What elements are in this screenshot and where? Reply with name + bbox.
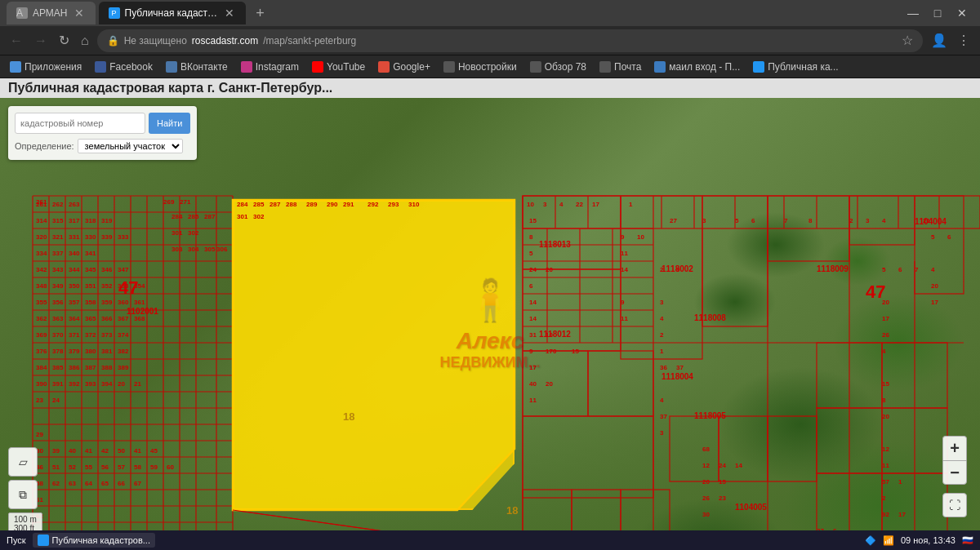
address-bar: ← → ↻ ⌂ 🔒 Не защищено roscadastr.com /ma… bbox=[0, 26, 980, 55]
taskbar-favicon bbox=[38, 534, 49, 546]
bookmark-pochta[interactable]: Почта bbox=[596, 60, 644, 74]
fullscreen-button[interactable]: ⛶ bbox=[942, 493, 967, 517]
bookmark-label-nov: Новостройки bbox=[458, 61, 517, 73]
bookmark-label-mail: маил вход - П... bbox=[669, 61, 740, 73]
definition-row: Определение: земельный участок bbox=[15, 139, 190, 153]
tab-close-arman[interactable]: ✕ bbox=[73, 7, 86, 20]
lock-icon: 🔒 bbox=[107, 35, 119, 47]
bookmark-favicon-obz bbox=[530, 61, 541, 73]
zoom-in-button[interactable]: + bbox=[942, 436, 967, 460]
page-content: 261262263 314315317318319 32032133133033… bbox=[0, 98, 980, 550]
bookmark-label-vk: ВКонтакте bbox=[180, 61, 228, 73]
layer-controls: ▱ ⧉ bbox=[8, 447, 38, 509]
window-controls: — □ ✕ bbox=[902, 4, 973, 22]
definition-select[interactable]: земельный участок bbox=[78, 139, 183, 153]
bookmark-label-pochta: Почта bbox=[614, 61, 641, 73]
bookmark-apps[interactable]: Приложения bbox=[7, 60, 85, 74]
url-path: /map/sankt-peterburg bbox=[263, 35, 356, 47]
bookmark-favicon-nov bbox=[443, 61, 455, 73]
bookmarks-bar: Приложения Facebook ВКонтакте Instagram … bbox=[0, 55, 980, 78]
map-container[interactable]: 261262263 314315317318319 32032133133033… bbox=[0, 98, 980, 550]
page-title: Публичная кадастровая карта г. Санкт-Пет… bbox=[8, 81, 332, 95]
tab-arman[interactable]: А АРМАН ✕ bbox=[7, 2, 96, 24]
home-button[interactable]: ⌂ bbox=[78, 32, 92, 50]
search-input[interactable] bbox=[15, 113, 145, 134]
layers-button[interactable]: ⧉ bbox=[8, 480, 38, 509]
bookmark-obzor[interactable]: Обзор 78 bbox=[527, 60, 590, 74]
taskbar-clock: 09 ноя, 13:43 bbox=[901, 535, 956, 545]
zoom-out-button[interactable]: − bbox=[942, 460, 967, 485]
new-tab-button[interactable]: + bbox=[249, 2, 272, 24]
back-button[interactable]: ← bbox=[7, 32, 26, 50]
map-search-panel: Найти Определение: земельный участок bbox=[8, 106, 197, 160]
tab-cadastre[interactable]: P Публичная кадастровая к... ✕ bbox=[99, 2, 246, 24]
url-bar[interactable]: 🔒 Не защищено roscadastr.com /map/sankt-… bbox=[97, 29, 923, 52]
highlighted-parcel-main[interactable] bbox=[233, 200, 514, 510]
scale-100m: 100 m bbox=[14, 515, 37, 524]
tab-favicon-arman: А bbox=[16, 7, 28, 19]
refresh-button[interactable]: ↻ bbox=[56, 31, 73, 50]
url-domain: roscadastr.com bbox=[192, 35, 258, 47]
bookmark-favicon-pub bbox=[753, 61, 764, 73]
tab-favicon-cadastre: P bbox=[109, 7, 120, 19]
taskbar-active-item[interactable]: Публичная кадастров... bbox=[33, 533, 155, 548]
bookmark-instagram[interactable]: Instagram bbox=[238, 60, 302, 74]
bookmark-label-yt: YouTube bbox=[327, 61, 365, 73]
bookmark-favicon-vk bbox=[166, 61, 177, 73]
bookmark-favicon-yt bbox=[312, 61, 323, 73]
bookmark-label-obz: Обзор 78 bbox=[545, 61, 586, 73]
tab-title-cadastre: Публичная кадастровая к... bbox=[125, 7, 218, 19]
rectangle-tool-button[interactable]: ▱ bbox=[8, 447, 38, 477]
page-header: Публичная кадастровая карта г. Санкт-Пет… bbox=[0, 78, 980, 98]
bookmark-publicmap[interactable]: Публичная ка... bbox=[750, 60, 841, 74]
title-bar: А АРМАН ✕ P Публичная кадастровая к... ✕… bbox=[0, 0, 980, 26]
bookmark-star-icon[interactable]: ☆ bbox=[902, 33, 913, 48]
tab-close-cadastre[interactable]: ✕ bbox=[223, 7, 236, 20]
bookmark-facebook[interactable]: Facebook bbox=[91, 60, 156, 74]
tab-title-arman: АРМАН bbox=[33, 7, 68, 19]
taskbar: Пуск Публичная кадастров... 🔷 📶 09 ноя, … bbox=[0, 530, 980, 550]
bookmark-favicon-gp bbox=[378, 61, 390, 73]
bookmark-novostroyki[interactable]: Новостройки bbox=[440, 60, 520, 74]
definition-label: Определение: bbox=[15, 141, 74, 151]
bookmark-favicon-mail bbox=[654, 61, 666, 73]
zoom-controls: + − bbox=[942, 436, 967, 485]
bookmark-label-fb: Facebook bbox=[109, 61, 153, 73]
bookmark-label-inst: Instagram bbox=[256, 61, 299, 73]
forward-button[interactable]: → bbox=[31, 32, 51, 50]
bookmark-label-pub: Публичная ка... bbox=[768, 61, 838, 73]
search-button[interactable]: Найти bbox=[149, 113, 190, 134]
search-row: Найти bbox=[15, 113, 190, 134]
start-button[interactable]: Пуск bbox=[7, 535, 26, 545]
close-button[interactable]: ✕ bbox=[951, 4, 973, 22]
minimize-button[interactable]: — bbox=[902, 4, 924, 22]
taskbar-bluetooth-icon: 🔷 bbox=[865, 535, 876, 546]
menu-icon[interactable]: ⋮ bbox=[954, 31, 973, 50]
bookmark-youtube[interactable]: YouTube bbox=[309, 60, 368, 74]
account-icon[interactable]: 👤 bbox=[928, 31, 951, 50]
taskbar-item-label: Публичная кадастров... bbox=[52, 535, 150, 545]
maximize-button[interactable]: □ bbox=[926, 4, 949, 22]
bookmark-favicon-fb bbox=[95, 61, 106, 73]
bookmark-vk[interactable]: ВКонтакте bbox=[163, 60, 231, 74]
browser-chrome: А АРМАН ✕ P Публичная кадастровая к... ✕… bbox=[0, 0, 980, 78]
toolbar-icons: 👤 ⋮ bbox=[928, 31, 973, 50]
taskbar-flag-icon: 🇷🇺 bbox=[962, 535, 973, 546]
bookmark-favicon-inst bbox=[241, 61, 252, 73]
bookmark-label-apps: Приложения bbox=[24, 61, 82, 73]
taskbar-network-icon: 📶 bbox=[883, 535, 894, 546]
bookmark-label-gp: Google+ bbox=[393, 61, 430, 73]
bookmark-googleplus[interactable]: Google+ bbox=[375, 60, 434, 74]
bookmark-favicon-pochta bbox=[599, 61, 611, 73]
bookmark-favicon-apps bbox=[10, 61, 21, 73]
taskbar-right: 🔷 📶 09 ноя, 13:43 🇷🇺 bbox=[865, 535, 973, 546]
url-scheme: Не защищено bbox=[124, 35, 187, 47]
bookmark-mail[interactable]: маил вход - П... bbox=[651, 60, 743, 74]
